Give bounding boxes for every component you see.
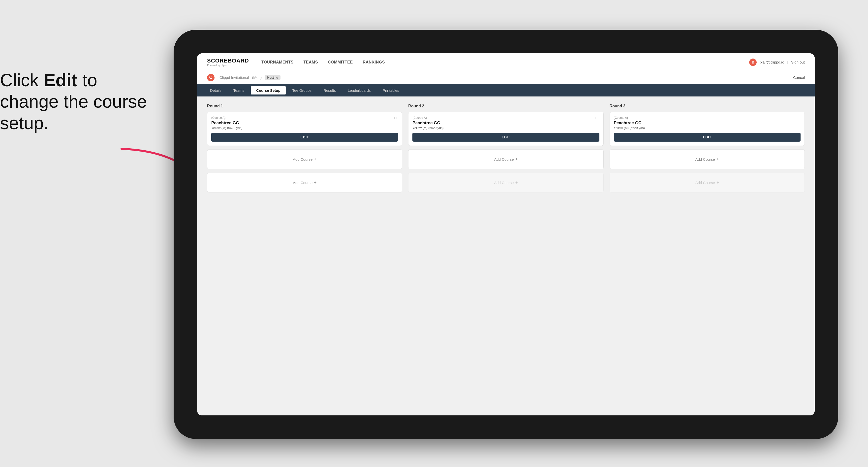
tablet-screen: SCOREBOARD Powered by clippd TOURNAMENTS… [197, 53, 815, 415]
sub-tabs: Details Teams Course Setup Tee Groups Re… [197, 84, 815, 96]
tab-results[interactable]: Results [318, 86, 341, 94]
top-nav: SCOREBOARD Powered by clippd TOURNAMENTS… [197, 53, 815, 71]
round-2-course-label: (Course A) [412, 116, 599, 120]
tournament-name: Clippd Invitational (Men) [217, 75, 261, 80]
round-3-edit-button[interactable]: Edit [614, 133, 801, 142]
round-1-delete-icon[interactable]: □ [393, 115, 399, 121]
hosting-badge: Hosting [265, 75, 280, 80]
user-email: blair@clippd.io [760, 60, 784, 64]
scoreboard-logo: SCOREBOARD Powered by clippd [207, 58, 249, 67]
round-3-course-name: Peachtree GC [614, 121, 801, 125]
round-2-edit-button[interactable]: Edit [412, 133, 599, 142]
round-3-column: Round 3 □ (Course A) Peachtree GC Yellow… [610, 104, 805, 196]
round-1-course-card: □ (Course A) Peachtree GC Yellow (M) (66… [207, 112, 402, 146]
round-1-add-course-2[interactable]: Add Course + [207, 173, 402, 192]
tournament-title: Clippd Invitational [219, 75, 249, 80]
round-2-add-course-label-1: Add Course [494, 157, 514, 161]
round-3-course-card: □ (Course A) Peachtree GC Yellow (M) (66… [610, 112, 805, 146]
round-2-add-course-plus-1: + [515, 157, 518, 162]
round-2-course-card: □ (Course A) Peachtree GC Yellow (M) (66… [408, 112, 603, 146]
round-1-column: Round 1 □ (Course A) Peachtree GC Yellow… [207, 104, 402, 196]
round-3-add-course-label-1: Add Course [695, 157, 715, 161]
nav-committee[interactable]: COMMITTEE [328, 60, 353, 64]
pipe-separator: | [787, 60, 788, 64]
round-2-title: Round 2 [408, 104, 603, 108]
nav-links: TOURNAMENTS TEAMS COMMITTEE RANKINGS [261, 60, 749, 64]
round-2-delete-icon[interactable]: □ [594, 115, 600, 121]
round-1-add-course-plus-1: + [314, 157, 316, 162]
round-3-course-details: Yellow (M) (6629 yds) [614, 126, 801, 130]
round-2-add-course-label-2: Add Course [494, 181, 514, 185]
sign-out-link[interactable]: Sign out [791, 60, 805, 64]
tab-printables[interactable]: Printables [377, 86, 405, 94]
tab-course-setup[interactable]: Course Setup [251, 86, 286, 94]
round-3-course-label: (Course A) [614, 116, 801, 120]
round-1-add-course-label-2: Add Course [293, 181, 312, 185]
round-1-title: Round 1 [207, 104, 402, 108]
round-2-column: Round 2 □ (Course A) Peachtree GC Yellow… [408, 104, 603, 196]
tab-tee-groups[interactable]: Tee Groups [287, 86, 317, 94]
round-1-course-details: Yellow (M) (6629 yds) [211, 126, 398, 130]
round-1-course-name: Peachtree GC [211, 121, 398, 125]
round-3-add-course-2: Add Course + [610, 173, 805, 192]
round-3-delete-icon[interactable]: □ [795, 115, 801, 121]
logo-sub-text: Powered by clippd [207, 64, 249, 67]
round-1-course-label: (Course A) [211, 116, 398, 120]
round-3-add-course-label-2: Add Course [695, 181, 715, 185]
round-2-course-name: Peachtree GC [412, 121, 599, 125]
round-2-add-course-2: Add Course + [408, 173, 603, 192]
logo-main-text: SCOREBOARD [207, 58, 249, 64]
instruction-prefix: Click [0, 70, 44, 90]
cancel-button[interactable]: Cancel [793, 75, 805, 80]
round-3-title: Round 3 [610, 104, 805, 108]
round-2-add-course-1[interactable]: Add Course + [408, 149, 603, 169]
round-1-add-course-plus-2: + [314, 180, 316, 185]
nav-teams[interactable]: TEAMS [304, 60, 318, 64]
nav-tournaments[interactable]: TOURNAMENTS [261, 60, 293, 64]
round-3-add-course-1[interactable]: Add Course + [610, 149, 805, 169]
round-2-course-details: Yellow (M) (6629 yds) [412, 126, 599, 130]
tournament-gender: (Men) [252, 75, 261, 80]
top-nav-right: B blair@clippd.io | Sign out [749, 59, 805, 66]
user-avatar: B [749, 59, 757, 66]
rounds-container: Round 1 □ (Course A) Peachtree GC Yellow… [207, 104, 805, 196]
tab-details[interactable]: Details [205, 86, 227, 94]
round-2-add-course-plus-2: + [515, 180, 518, 185]
tablet-device: SCOREBOARD Powered by clippd TOURNAMENTS… [174, 30, 838, 439]
tab-teams[interactable]: Teams [228, 86, 250, 94]
instruction-text: Click Edit to change the course setup. [0, 69, 154, 134]
main-content: Round 1 □ (Course A) Peachtree GC Yellow… [197, 96, 815, 415]
round-3-add-course-plus-1: + [716, 157, 719, 162]
round-3-add-course-plus-2: + [716, 180, 719, 185]
c-logo: C [207, 74, 215, 81]
instruction-bold: Edit [44, 70, 78, 90]
round-1-edit-button[interactable]: Edit [211, 133, 398, 142]
round-1-add-course-label-1: Add Course [293, 157, 312, 161]
tournament-bar-left: C Clippd Invitational (Men) Hosting [207, 74, 280, 81]
nav-rankings[interactable]: RANKINGS [363, 60, 385, 64]
round-1-add-course-1[interactable]: Add Course + [207, 149, 402, 169]
tournament-bar: C Clippd Invitational (Men) Hosting Canc… [197, 71, 815, 84]
tab-leaderboards[interactable]: Leaderboards [342, 86, 376, 94]
